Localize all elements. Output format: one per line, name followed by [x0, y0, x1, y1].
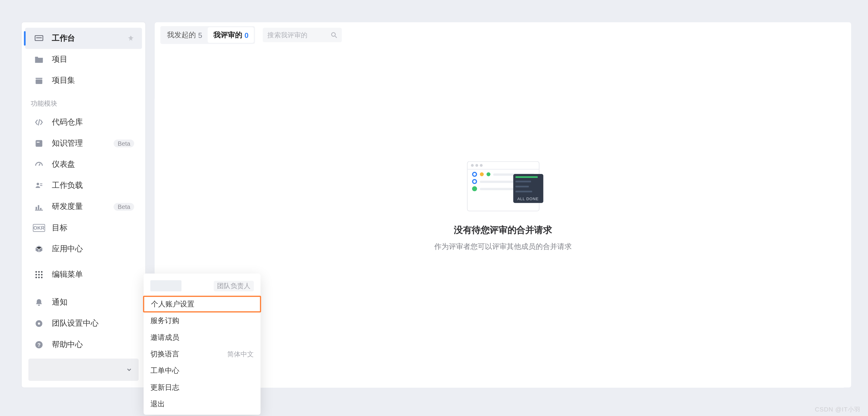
sidebar-item-label: 通知: [52, 298, 134, 307]
menu-item-changelog[interactable]: 更新日志: [144, 379, 261, 396]
sidebar: 工作台 项目 项目集 功能模块: [22, 22, 145, 387]
empty-illustration: ALL DONE: [467, 161, 539, 211]
menu-item-ticket[interactable]: 工单中心: [144, 362, 261, 379]
menu-item-label: 服务订购: [150, 316, 179, 326]
section-title-modules: 功能模块: [25, 91, 142, 112]
sidebar-item-project-set[interactable]: 项目集: [25, 70, 142, 91]
gear-icon: [33, 319, 45, 328]
sidebar-item-label: 仪表盘: [52, 160, 134, 170]
menu-item-language[interactable]: 切换语言 简体中文: [144, 346, 261, 362]
svg-point-18: [35, 274, 37, 275]
tab-count: 5: [198, 31, 202, 39]
workbench-icon: [33, 34, 45, 43]
menu-item-right: 简体中文: [227, 349, 254, 359]
svg-rect-9: [40, 184, 42, 184]
sidebar-item-workload[interactable]: 工作负载: [25, 175, 142, 196]
svg-point-19: [38, 274, 40, 275]
search-icon: [331, 32, 338, 38]
svg-rect-5: [36, 140, 42, 147]
svg-point-15: [35, 271, 37, 273]
sidebar-item-app-center[interactable]: 应用中心: [25, 238, 142, 259]
svg-point-25: [38, 322, 40, 324]
popover-header: 团队负责人: [144, 278, 261, 296]
tab-review[interactable]: 我评审的 0: [208, 27, 254, 43]
illus-text: ALL DONE: [515, 197, 541, 201]
svg-point-21: [35, 277, 37, 278]
svg-point-17: [41, 271, 42, 273]
svg-rect-3: [36, 78, 42, 79]
knowledge-icon: [33, 139, 45, 148]
box-icon: [33, 245, 45, 254]
menu-item-invite[interactable]: 邀请成员: [144, 329, 261, 346]
svg-rect-6: [37, 142, 39, 143]
menu-item-label: 切换语言: [150, 349, 179, 359]
menu-item-label: 退出: [150, 399, 165, 409]
menu-item-label: 个人账户设置: [151, 299, 194, 309]
grid-icon: [33, 270, 45, 279]
sidebar-item-label: 工作台: [52, 33, 127, 43]
svg-rect-13: [40, 208, 41, 210]
sidebar-footer: 通知 团队设置中心 ? 帮助中心: [22, 289, 145, 388]
tab-label: 我发起的: [167, 30, 196, 40]
svg-rect-12: [38, 205, 39, 210]
menu-item-account-settings[interactable]: 个人账户设置: [143, 296, 261, 312]
sidebar-item-label: 团队设置中心: [52, 318, 134, 328]
tab-group: 我发起的 5 我评审的 0: [160, 26, 255, 44]
workload-icon: [33, 181, 45, 190]
sidebar-item-label: 知识管理: [52, 138, 114, 148]
sidebar-item-dashboard[interactable]: 仪表盘: [25, 154, 142, 175]
caret-down-icon: [126, 367, 132, 372]
svg-rect-2: [35, 57, 38, 58]
user-name-placeholder: [150, 280, 181, 291]
menu-item-subscription[interactable]: 服务订购: [144, 312, 261, 329]
sidebar-item-knowledge[interactable]: 知识管理 Beta: [25, 133, 142, 154]
svg-point-16: [38, 271, 40, 273]
watermark: CSDN @IT小羽: [815, 405, 861, 414]
user-role-badge: 团队负责人: [214, 281, 254, 291]
tabs-row: 我发起的 5 我评审的 0: [155, 22, 851, 44]
sidebar-item-help[interactable]: ? 帮助中心: [25, 334, 142, 355]
svg-rect-11: [36, 207, 37, 209]
svg-rect-4: [36, 79, 42, 84]
sidebar-item-metrics[interactable]: 研发度量 Beta: [25, 196, 142, 217]
search-input[interactable]: [267, 31, 327, 39]
search-box[interactable]: [263, 28, 342, 42]
chart-bar-icon: [33, 202, 45, 211]
sidebar-item-team-settings[interactable]: 团队设置中心: [25, 313, 142, 334]
tab-label: 我评审的: [213, 30, 242, 40]
svg-point-22: [38, 277, 40, 278]
svg-rect-10: [40, 185, 42, 186]
menu-item-label: 更新日志: [150, 383, 179, 392]
tab-count: 0: [244, 31, 248, 39]
svg-text:?: ?: [37, 342, 40, 348]
empty-state: ALL DONE 没有待您评审的合并请求 作为评审者您可以评审其他成员的合并请求: [155, 161, 851, 252]
project-set-icon: [33, 76, 45, 85]
svg-point-8: [37, 183, 39, 185]
sidebar-item-label: 目标: [52, 223, 134, 233]
svg-point-23: [41, 277, 42, 278]
sidebar-item-label: 项目集: [52, 75, 134, 85]
sidebar-item-label: 编辑菜单: [52, 270, 134, 280]
sidebar-item-notifications[interactable]: 通知: [25, 292, 142, 313]
svg-line-7: [39, 164, 40, 166]
sidebar-item-edit-menu[interactable]: 编辑菜单: [25, 264, 142, 285]
menu-item-label: 邀请成员: [150, 333, 179, 343]
tab-initiated[interactable]: 我发起的 5: [161, 27, 208, 43]
svg-line-29: [336, 36, 337, 38]
sidebar-item-workbench[interactable]: 工作台: [25, 28, 142, 49]
pin-icon[interactable]: [127, 35, 134, 41]
menu-item-logout[interactable]: 退出: [144, 396, 261, 412]
beta-badge: Beta: [114, 203, 134, 211]
sidebar-item-okr[interactable]: OKR 目标: [25, 217, 142, 238]
code-icon: [33, 118, 45, 127]
beta-badge: Beta: [114, 140, 134, 147]
sidebar-item-label: 研发度量: [52, 202, 114, 212]
sidebar-item-label: 应用中心: [52, 244, 134, 254]
sidebar-item-label: 项目: [52, 55, 134, 64]
svg-point-28: [332, 33, 336, 36]
sidebar-item-code-repo[interactable]: 代码仓库: [25, 112, 142, 133]
team-switcher[interactable]: [28, 358, 138, 381]
bell-icon: [33, 298, 45, 307]
empty-title: 没有待您评审的合并请求: [454, 224, 552, 236]
sidebar-item-project[interactable]: 项目: [25, 49, 142, 70]
